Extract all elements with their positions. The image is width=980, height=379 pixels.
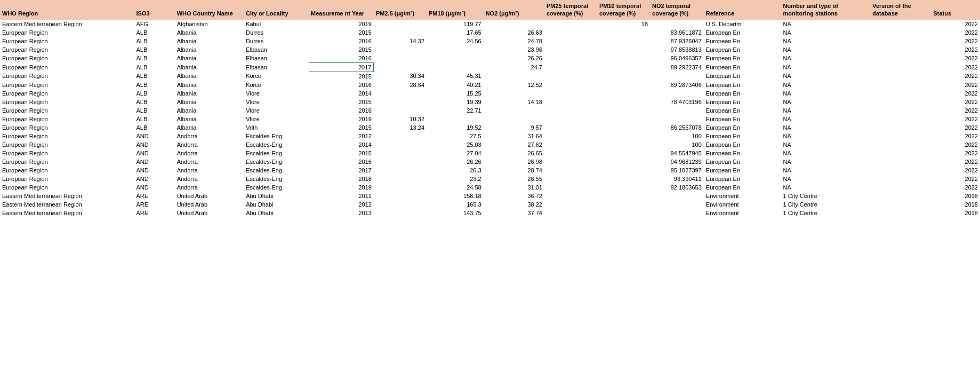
cell-city: Durres [244,37,309,45]
table-row: European RegionANDAndorraEscaldes-Eng.20… [0,149,980,157]
cell-monitoring: NA [781,81,871,89]
cell-reference: European En [704,149,781,157]
cell-pm10: 25.03 [427,140,484,149]
cell-who_country: Andorra [175,157,244,166]
cell-no2: 26.65 [484,149,544,157]
cell-pm10_temp [597,132,650,140]
cell-monitoring: NA [781,62,871,72]
cell-year: 2017 [309,62,374,72]
cell-pm25_temp [544,157,597,166]
cell-no2_temp: 97.8538813 [650,45,704,54]
cell-year: 2016 [309,157,374,166]
cell-year: 2015 [309,123,374,132]
cell-pm10: 19.39 [427,98,484,106]
table-row: Eastern Mediterranean RegionAREUnited Ar… [0,209,980,217]
cell-pm10: 45.31 [427,72,484,81]
cell-status: 2022 [931,140,980,149]
cell-pm10: 40.21 [427,81,484,89]
cell-status: 2022 [931,81,980,89]
cell-year: 2017 [309,166,374,175]
cell-pm25 [374,149,427,157]
cell-status: 2022 [931,166,980,175]
cell-city: Escaldes-Eng. [244,183,309,192]
cell-who_region: European Region [0,98,134,106]
cell-monitoring: NA [781,115,871,123]
cell-pm25 [374,98,427,106]
cell-who_region: Eastern Mediterranean Region [0,209,134,217]
table-row: European RegionALBAlbaniaVlore201415.25E… [0,89,980,98]
cell-pm10: 19.52 [427,123,484,132]
cell-version [870,45,931,54]
col-header-who_country: WHO Country Name [175,0,244,20]
cell-city: Vrith [244,123,309,132]
cell-year: 2015 [309,149,374,157]
cell-iso3: ALB [134,28,174,37]
cell-pm10_temp [597,166,650,175]
cell-pm25_temp [544,123,597,132]
col-header-no2: NO2 (μg/m³) [484,0,544,20]
cell-reference: European En [704,166,781,175]
cell-no2_temp: 94.9681239 [650,157,704,166]
cell-version [870,140,931,149]
cell-no2: 24.78 [484,37,544,45]
cell-who_country: Albania [175,37,244,45]
table-row: Eastern Mediterranean RegionAREUnited Ar… [0,192,980,200]
cell-reference: European En [704,28,781,37]
cell-no2_temp [650,106,704,115]
cell-pm25 [374,132,427,140]
cell-no2_temp [650,115,704,123]
cell-city: Vlore [244,106,309,115]
cell-status: 2022 [931,106,980,115]
cell-pm10_temp [597,183,650,192]
cell-pm10: 27.04 [427,149,484,157]
cell-city: Abu Dhabi [244,192,309,200]
cell-pm25_temp [544,72,597,81]
cell-no2: 9.57 [484,123,544,132]
col-header-iso3: ISO3 [134,0,174,20]
cell-year: 2015 [309,28,374,37]
cell-pm25_temp [544,209,597,217]
cell-who_country: Andorra [175,140,244,149]
cell-version [870,62,931,72]
cell-pm25 [374,62,427,72]
cell-status: 2022 [931,20,980,28]
cell-reference: European En [704,132,781,140]
cell-pm25 [374,54,427,63]
cell-iso3: AND [134,132,174,140]
cell-no2_temp: 95.1027397 [650,166,704,175]
cell-year: 2015 [309,98,374,106]
cell-reference: Environment [704,200,781,209]
cell-reference: European En [704,54,781,63]
cell-version [870,183,931,192]
cell-version [870,200,931,209]
cell-pm10_temp: 18 [597,20,650,28]
cell-no2_temp: 83.9611872 [650,28,704,37]
cell-reference: European En [704,157,781,166]
cell-year: 2019 [309,115,374,123]
cell-city: Vlore [244,115,309,123]
cell-monitoring: 1 City Centre [781,209,871,217]
cell-pm10_temp [597,28,650,37]
cell-pm10: 23.2 [427,175,484,183]
cell-pm10: 26.3 [427,166,484,175]
cell-pm25_temp [544,166,597,175]
cell-pm25: 13.24 [374,123,427,132]
cell-monitoring: NA [781,98,871,106]
cell-status: 2022 [931,45,980,54]
cell-pm10: 22.71 [427,106,484,115]
cell-iso3: AND [134,149,174,157]
cell-no2: 38.22 [484,200,544,209]
cell-status: 2022 [931,54,980,63]
cell-who_region: Eastern Mediterranean Region [0,20,134,28]
cell-iso3: ALB [134,106,174,115]
cell-reference: European En [704,115,781,123]
cell-who_country: Andorra [175,149,244,157]
col-header-reference: Reference [704,0,781,20]
cell-monitoring: NA [781,20,871,28]
data-table: WHO RegionISO3WHO Country NameCity or Lo… [0,0,980,217]
col-header-pm10: PM10 (μg/m³) [427,0,484,20]
cell-iso3: ALB [134,115,174,123]
cell-no2 [484,115,544,123]
cell-who_country: Albania [175,98,244,106]
cell-pm10_temp [597,62,650,72]
